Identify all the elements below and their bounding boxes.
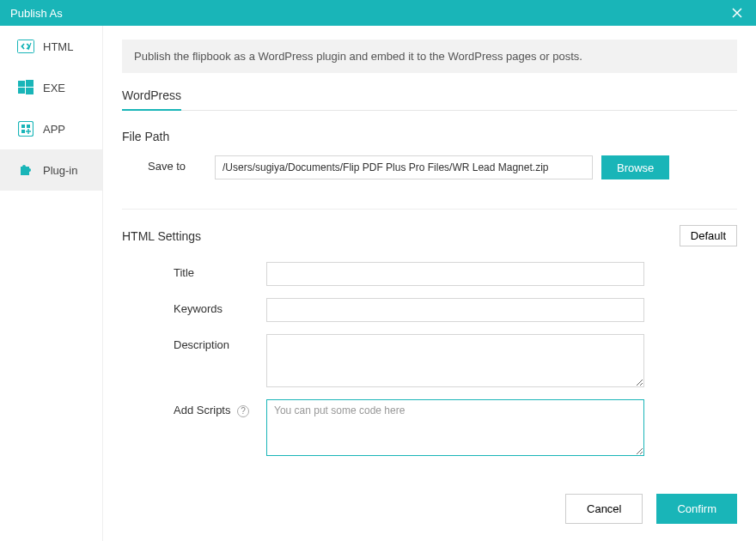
main-panel: Publish the flipbook as a WordPress plug… [103, 26, 756, 541]
close-icon [731, 7, 743, 19]
sidebar-item-app[interactable]: APP [0, 108, 102, 149]
confirm-button[interactable]: Confirm [656, 494, 737, 524]
browse-button[interactable]: Browse [601, 155, 669, 179]
description-row: Description [122, 334, 737, 387]
sidebar-item-label: HTML [43, 40, 73, 53]
windows-icon [17, 79, 34, 96]
html-settings-heading: HTML Settings [122, 229, 201, 243]
sidebar-item-label: APP [43, 123, 65, 136]
intro-text: Publish the flipbook as a WordPress plug… [122, 40, 737, 73]
svg-rect-3 [18, 88, 25, 94]
svg-rect-6 [21, 125, 25, 128]
save-to-label: Save to [122, 155, 215, 173]
close-button[interactable] [729, 4, 746, 21]
sidebar-item-exe[interactable]: EXE [0, 67, 102, 108]
svg-rect-0 [18, 40, 34, 53]
window-title: Publish As [10, 7, 63, 20]
keywords-label: Keywords [122, 298, 266, 315]
keywords-row: Keywords [122, 298, 737, 322]
section-title: WordPress [122, 88, 181, 111]
svg-rect-5 [19, 122, 34, 137]
title-bar: Publish As [0, 0, 756, 26]
keywords-input[interactable] [266, 298, 644, 322]
svg-rect-4 [26, 88, 34, 94]
settings-header: HTML Settings Default [122, 225, 737, 246]
scripts-row: Add Scripts ? [122, 399, 737, 456]
sidebar: HTML EXE APP Plug-in [0, 26, 103, 541]
help-icon[interactable]: ? [237, 405, 249, 417]
filepath-section: File Path Save to Browse [122, 130, 737, 210]
title-label: Title [122, 262, 266, 279]
scripts-label-text: Add Scripts [174, 404, 230, 416]
description-label: Description [122, 334, 266, 351]
svg-rect-1 [18, 81, 25, 87]
title-input[interactable] [266, 262, 644, 286]
cancel-button[interactable]: Cancel [565, 494, 643, 524]
svg-rect-8 [21, 130, 25, 133]
description-input[interactable] [266, 334, 644, 387]
section-underline [122, 110, 737, 111]
puzzle-icon [17, 161, 34, 179]
footer-buttons: Cancel Confirm [565, 494, 737, 524]
sidebar-item-plugin[interactable]: Plug-in [0, 149, 102, 191]
save-path-input[interactable] [215, 155, 593, 179]
app-icon [17, 120, 34, 137]
sidebar-item-label: Plug-in [43, 164, 77, 177]
scripts-label: Add Scripts ? [122, 399, 266, 417]
title-row: Title [122, 262, 737, 286]
filepath-heading: File Path [122, 130, 737, 143]
default-button[interactable]: Default [680, 225, 737, 246]
save-row: Save to Browse [122, 155, 737, 179]
sidebar-item-label: EXE [43, 82, 65, 94]
svg-rect-2 [26, 80, 34, 87]
scripts-input[interactable] [266, 399, 644, 456]
sidebar-item-html[interactable]: HTML [0, 26, 102, 67]
svg-rect-7 [27, 125, 30, 128]
code-icon [17, 38, 34, 55]
